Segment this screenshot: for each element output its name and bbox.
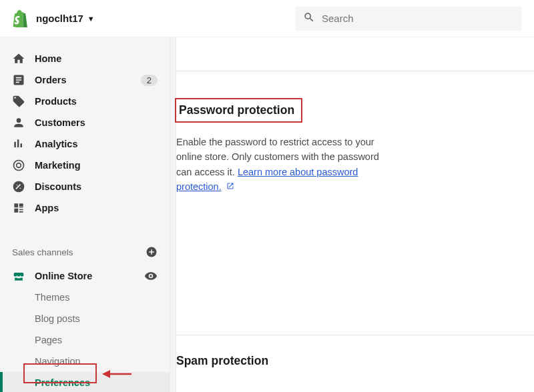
- nav-label: Home: [35, 53, 61, 64]
- nav-label: Apps: [35, 203, 59, 213]
- subnav-preferences[interactable]: Preferences: [0, 372, 170, 392]
- nav-orders[interactable]: Orders 2: [0, 69, 170, 91]
- sidebar: Home Orders 2 Products Customers Analyti…: [0, 37, 170, 392]
- view-store-button[interactable]: [144, 269, 158, 283]
- subnav-label: Themes: [35, 292, 69, 303]
- section-label: Sales channels: [12, 247, 73, 257]
- nav-customers[interactable]: Customers: [0, 112, 170, 133]
- nav-marketing[interactable]: Marketing: [0, 155, 170, 176]
- nav-label: Online Store: [35, 271, 92, 281]
- password-protection-description: Enable the password to restrict access t…: [176, 135, 383, 195]
- subnav-themes[interactable]: Themes: [0, 287, 170, 308]
- main-content: Password protection Enable the password …: [176, 37, 534, 392]
- external-link-icon: [226, 179, 234, 187]
- shopify-logo-icon: [12, 10, 28, 27]
- subnav-label: Pages: [35, 335, 62, 345]
- tag-icon: [12, 95, 25, 108]
- nav-label: Analytics: [35, 139, 77, 149]
- svg-marker-2: [102, 370, 110, 378]
- search-icon: [303, 11, 322, 26]
- orders-badge: 2: [141, 75, 158, 86]
- subnav-pages[interactable]: Pages: [0, 329, 170, 351]
- store-icon: [12, 269, 25, 283]
- search-field[interactable]: [295, 7, 522, 31]
- nav-online-store[interactable]: Online Store: [0, 265, 170, 287]
- discount-icon: [12, 180, 25, 193]
- store-switcher[interactable]: ngoclht17 ▼: [36, 13, 95, 24]
- nav-home[interactable]: Home: [0, 48, 170, 69]
- subnav-label: Preferences: [35, 377, 90, 388]
- subnav-label: Blog posts: [35, 313, 80, 324]
- sales-channels-header: Sales channels: [0, 243, 170, 261]
- add-channel-button[interactable]: [146, 246, 158, 258]
- password-protection-title: Password protection: [176, 99, 301, 121]
- orders-icon: [12, 73, 25, 87]
- subnav-blog-posts[interactable]: Blog posts: [0, 308, 170, 329]
- apps-icon: [12, 201, 25, 215]
- store-name: ngoclht17: [36, 13, 83, 24]
- spam-protection-title: Spam protection: [176, 354, 534, 368]
- nav-apps[interactable]: Apps: [0, 197, 170, 219]
- home-icon: [12, 52, 25, 65]
- person-icon: [12, 116, 25, 129]
- annotation-highlight-box: Password protection: [175, 98, 302, 123]
- nav-label: Marketing: [35, 160, 81, 171]
- spam-protection-section: Spam protection: [176, 354, 534, 368]
- nav-label: Orders: [35, 75, 67, 85]
- subnav-label: Navigation: [35, 356, 81, 367]
- nav-label: Customers: [35, 117, 85, 128]
- nav-label: Discounts: [35, 181, 81, 192]
- search-input[interactable]: [322, 13, 514, 24]
- caret-down-icon: ▼: [87, 15, 95, 23]
- subnav-navigation[interactable]: Navigation: [0, 351, 170, 372]
- annotation-arrow-icon: [102, 368, 131, 380]
- nav-products[interactable]: Products: [0, 91, 170, 112]
- nav-label: Products: [35, 96, 77, 107]
- analytics-icon: [12, 137, 25, 151]
- nav-discounts[interactable]: Discounts: [0, 176, 170, 197]
- target-icon: [12, 159, 25, 172]
- nav-analytics[interactable]: Analytics: [0, 133, 170, 155]
